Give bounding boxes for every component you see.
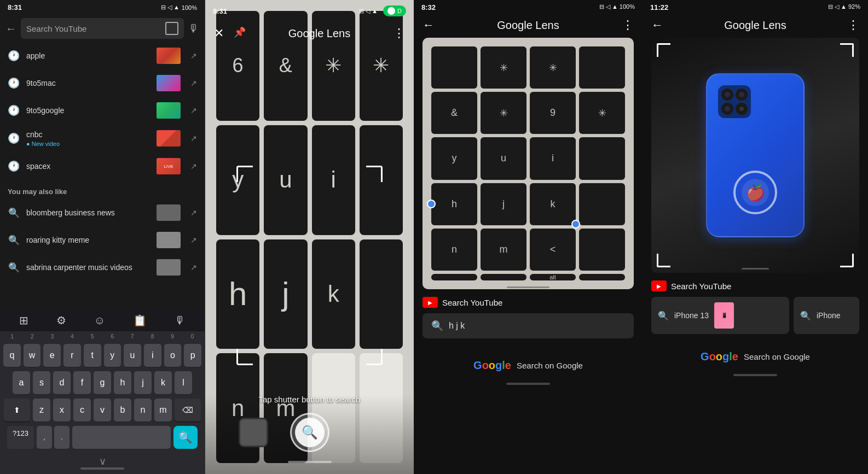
yt-label-text: Search YouTube	[442, 298, 502, 307]
back-button[interactable]: ←	[5, 22, 16, 35]
key-z[interactable]: z	[33, 399, 50, 422]
shutter-button[interactable]: 🔍	[290, 413, 329, 452]
key-r[interactable]: r	[63, 344, 81, 367]
back-button-3[interactable]: ←	[423, 18, 435, 32]
key-y[interactable]: y	[104, 344, 121, 367]
suggestion-bloomberg[interactable]: 🔍 bloomberg business news ↗	[0, 199, 205, 226]
photo-key: ✳	[481, 46, 526, 89]
key-t[interactable]: t	[84, 344, 101, 367]
more-button[interactable]: ⋮	[393, 26, 405, 40]
suggestion-thumb	[157, 259, 181, 276]
suggestion-thumb	[157, 204, 181, 221]
bracket-bl	[657, 254, 670, 267]
mic-button[interactable]: 🎙	[188, 22, 199, 35]
suggestion-sabrina[interactable]: 🔍 sabrina carpenter music videos ↗	[0, 254, 205, 281]
photo-key	[579, 229, 625, 271]
google-search-button-4[interactable]: Google Search on Google	[643, 343, 868, 371]
key-k[interactable]: k	[154, 371, 172, 394]
photo-key	[481, 274, 526, 280]
lens-inner	[725, 92, 730, 97]
symbols-key[interactable]: ?123	[7, 426, 34, 449]
search-icon: 🔍	[8, 262, 20, 273]
scan-box-icon[interactable]	[165, 22, 178, 35]
search-icon: 🔍	[8, 235, 20, 246]
bottom-bar-4	[643, 371, 868, 379]
search-box-3[interactable]: 🔍 h j k	[423, 313, 634, 338]
key-j[interactable]: j	[134, 371, 152, 394]
more-button-4[interactable]: ⋮	[847, 18, 859, 32]
emoji-icon[interactable]: ☺	[94, 314, 105, 327]
suggestion-9to5mac[interactable]: 🕐 9to5mac ↗	[0, 69, 205, 97]
key-x[interactable]: x	[53, 399, 71, 422]
comma-key[interactable]: ,	[37, 426, 52, 449]
back-button-4[interactable]: ←	[651, 18, 663, 32]
time-1: 8:31	[8, 3, 22, 11]
more-button-3[interactable]: ⋮	[622, 18, 634, 32]
signal-icons: ⊟ ◁ ▲	[359, 8, 378, 15]
camera-lens-2	[736, 89, 748, 101]
key-n[interactable]: n	[134, 399, 152, 422]
search-input[interactable]: Search YouTube	[26, 24, 161, 33]
key-d[interactable]: d	[53, 371, 71, 394]
iphone-photo: 🍎	[651, 38, 859, 273]
gallery-button[interactable]	[239, 418, 268, 447]
google-search-button-3[interactable]: Google Search on Google	[414, 352, 643, 379]
battery-icon: 100%	[182, 4, 197, 11]
backspace-key[interactable]: ⌫	[175, 399, 201, 422]
key-c[interactable]: c	[73, 399, 91, 422]
kb-toolbar: ⊞ ⚙ ☺ 📋 🎙	[0, 309, 205, 331]
key-p[interactable]: p	[184, 344, 201, 367]
key-o[interactable]: o	[164, 344, 182, 367]
mic-icon[interactable]: 🎙	[175, 314, 186, 327]
key-i[interactable]: i	[144, 344, 161, 367]
suggestion-9to5google[interactable]: 🕐 9to5google ↗	[0, 97, 205, 124]
key-m[interactable]: m	[154, 399, 172, 422]
kb-row-z: ⬆ z x c v b n m ⌫	[0, 396, 205, 424]
photo-key: y	[431, 137, 477, 179]
key-w[interactable]: w	[24, 344, 41, 367]
flash-toggle[interactable]: D	[383, 5, 406, 16]
key-b[interactable]: b	[114, 399, 131, 422]
suggestion-cnbc[interactable]: 🕐 cnbc ● New video ↗	[0, 124, 205, 153]
suggestion-apple[interactable]: 🕐 apple ↗	[0, 42, 205, 69]
space-key[interactable]	[72, 426, 171, 449]
lens-title: Google Lens	[288, 27, 350, 40]
suggestion-roaring-kitty[interactable]: 🔍 roaring kitty meme ↗	[0, 226, 205, 254]
key-q[interactable]: q	[3, 344, 21, 367]
suggestion-spacex[interactable]: 🕐 spacex LIVE ↗	[0, 153, 205, 180]
search-button[interactable]: 🔍	[173, 426, 198, 449]
settings-icon[interactable]: ⚙	[56, 314, 66, 327]
scroll-indicator-4	[742, 268, 769, 270]
key-f[interactable]: f	[73, 371, 91, 394]
close-button[interactable]: ✕	[214, 26, 224, 40]
key-g[interactable]: g	[94, 371, 111, 394]
home-indicator-4	[733, 374, 777, 376]
key-a[interactable]: a	[13, 371, 30, 394]
result-text-2: iPhone	[817, 311, 841, 320]
arrow-icon: ↗	[190, 134, 197, 143]
photo-key	[579, 137, 625, 179]
key-e[interactable]: e	[43, 344, 61, 367]
history-icon: 🕐	[8, 50, 20, 62]
result-iphone13[interactable]: 🔍 iPhone 13 📱	[651, 297, 789, 334]
hint-text: Tap shutter button to search	[259, 395, 361, 404]
lens-bottom-controls: Tap shutter button to search 🔍	[205, 395, 414, 474]
shift-key[interactable]: ⬆	[4, 399, 30, 422]
time-3: 8:32	[421, 3, 436, 11]
key-s[interactable]: s	[33, 371, 50, 394]
selection-dot	[571, 220, 580, 229]
result-iphone[interactable]: 🔍 iPhone	[794, 297, 859, 334]
period-key[interactable]: .	[54, 426, 70, 449]
pin-button[interactable]: 📌	[234, 26, 246, 40]
search-input-wrap[interactable]: Search YouTube	[21, 18, 184, 39]
status-bar-3: 8:32 ⊟ ◁ ▲ 100%	[414, 0, 643, 15]
suggestion-thumb	[157, 102, 181, 119]
lens-inner	[725, 106, 730, 112]
key-u[interactable]: u	[124, 344, 141, 367]
apps-icon[interactable]: ⊞	[19, 314, 28, 327]
key-l[interactable]: l	[175, 371, 192, 394]
key-v[interactable]: v	[94, 399, 111, 422]
results-row: 🔍 iPhone 13 📱 🔍 iPhone	[651, 297, 859, 334]
clipboard-icon[interactable]: 📋	[133, 314, 147, 327]
key-h[interactable]: h	[114, 371, 131, 394]
